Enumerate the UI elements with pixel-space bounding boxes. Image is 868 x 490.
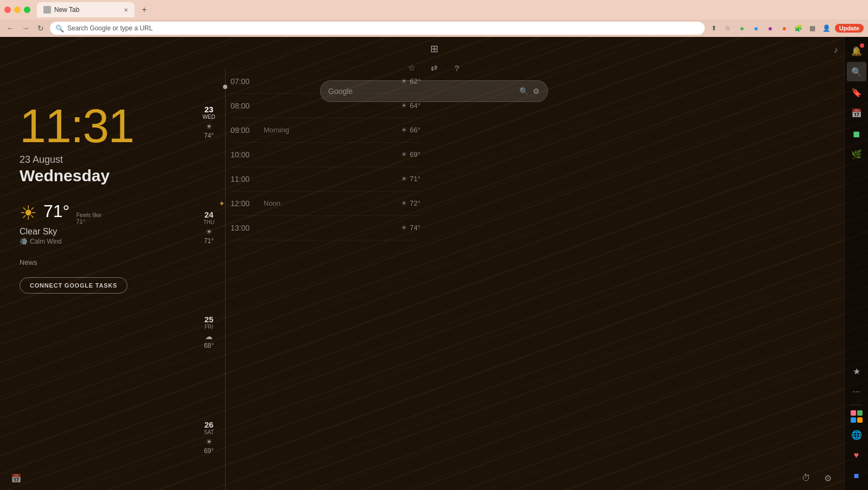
new-tab-button[interactable]: + <box>137 2 152 17</box>
noon-sun-icon: ✦ <box>219 199 225 208</box>
bottom-left: 📅 <box>9 470 24 486</box>
traffic-lights <box>4 7 30 13</box>
weather-sun-icon: ☀ <box>20 202 37 225</box>
extension-4-icon[interactable]: ● <box>778 22 790 34</box>
time-slot-weather-1200: ☀ 72° <box>401 199 420 207</box>
weather-wind: 💨 Calm Wind <box>20 238 177 245</box>
time-slot-weather-0900: ☀ 66° <box>401 126 420 134</box>
sidebar-blue-icon[interactable]: ■ <box>847 466 866 486</box>
weather-icon-0900: ☀ <box>401 126 407 134</box>
main-content: ⊞ ☆ ⇄ ? Google 🔍 ⚙ ♪ ⚙ 11:31 23 August W… <box>0 37 868 490</box>
news-label: News <box>20 258 177 266</box>
forecast-day-24: 24 THU ☀ 71° <box>193 207 225 248</box>
sidebar-bookmark-icon[interactable]: 🔖 <box>847 82 866 102</box>
sidebar-apps-icon[interactable] <box>849 409 864 424</box>
bookmark-add-icon[interactable]: ⊞ <box>426 41 442 56</box>
tab-close-button[interactable]: ✕ <box>124 7 128 13</box>
tab-title: New Tab <box>54 6 79 14</box>
weather-temp-0900: 66° <box>410 126 420 134</box>
sidebar-more-icon[interactable]: ··· <box>847 382 866 402</box>
extension-2-icon[interactable]: ● <box>750 22 762 34</box>
weather-feels-like: Feels like 71° <box>76 212 101 225</box>
time-slot-1100: 11:00 ☀ 71° <box>231 167 420 192</box>
time-slot-0900: 09:00 Morning ☀ 66° <box>231 118 420 143</box>
weather-temp-0700: 62° <box>410 77 420 85</box>
weather-condition: Clear Sky <box>20 227 177 237</box>
weather-temp-1200: 72° <box>410 199 420 207</box>
connect-google-tasks-button[interactable]: CONNECT GOOGLE TASKS <box>20 277 127 294</box>
help-icon[interactable]: ? <box>450 61 464 75</box>
time-slot-1300: 13:00 ☀ 74° <box>231 216 420 240</box>
extension-3-icon[interactable]: ● <box>764 22 776 34</box>
weather-section: ☀ 71° Feels like 71° Clear Sky 💨 Calm Wi… <box>20 201 177 245</box>
forecast-day-name-fri: FRI <box>205 324 213 330</box>
bottom-calendar-icon[interactable]: 📅 <box>9 470 24 486</box>
tab-favicon <box>43 6 51 14</box>
left-panel: 11:31 23 August Wednesday ☀ 71° Feels li… <box>20 102 177 294</box>
time-slot-event-0900: Morning <box>264 126 392 134</box>
reload-button[interactable]: ↻ <box>35 22 47 34</box>
time-label-1000: 10:00 <box>231 150 255 159</box>
weather-temp-0800: 64° <box>410 101 420 110</box>
sidebar-calendar-icon[interactable]: 📅 <box>847 103 866 123</box>
sidebar-toggle-icon[interactable]: ▦ <box>807 22 819 34</box>
forecast-icon-thu: ☀ <box>206 227 213 236</box>
weather-temp-1000: 69° <box>410 150 420 158</box>
google-icon: 🔍 <box>55 24 64 33</box>
share-icon[interactable]: ⬆ <box>708 22 720 34</box>
weather-icon-0800: ☀ <box>401 101 407 110</box>
wind-icon: 💨 <box>20 238 28 245</box>
forecast-temp-fri: 68° <box>204 342 214 349</box>
time-label-1100: 11:00 <box>231 175 255 183</box>
profile-icon[interactable]: 👤 <box>821 22 833 34</box>
extension-1-icon[interactable]: ● <box>736 22 748 34</box>
weather-temp-1100: 71° <box>410 175 420 183</box>
search-settings-icon[interactable]: ⚙ <box>533 87 540 96</box>
forecast-day-num-23: 23 <box>205 105 214 114</box>
minimize-button[interactable] <box>14 7 21 13</box>
search-icon[interactable]: 🔍 <box>519 87 528 96</box>
weather-icon-0700: ☀ <box>401 77 407 85</box>
sidebar-green-icon[interactable]: ◼ <box>847 124 866 143</box>
weather-temp-1300: 74° <box>410 224 420 232</box>
time-slot-weather-1100: ☀ 71° <box>401 175 420 183</box>
right-sidebar: 🔔 🔍 🔖 📅 ◼ 🌿 ★ ··· 🌐 ♥ ■ <box>844 37 868 490</box>
time-label-0800: 08:00 <box>231 101 255 110</box>
update-button[interactable]: Update <box>835 24 864 33</box>
back-button[interactable]: ← <box>4 22 16 34</box>
address-bar[interactable]: 🔍 Search Google or type a URL <box>50 22 705 35</box>
forecast-day-name-thu: THU <box>203 219 215 225</box>
close-button[interactable] <box>4 7 11 13</box>
sidebar-search-icon[interactable]: 🔍 <box>847 62 866 81</box>
notification-icon[interactable]: 🔔 <box>847 41 866 61</box>
maximize-button[interactable] <box>24 7 30 13</box>
time-slot-1000: 10:00 ☀ 69° <box>231 143 420 167</box>
sidebar-divider <box>850 405 863 405</box>
bookmark-icon[interactable]: ☆ <box>722 22 734 34</box>
day-display: Wednesday <box>20 167 177 185</box>
puzzle-icon[interactable]: 🧩 <box>793 22 805 34</box>
bottom-timer-icon[interactable]: ⏱ <box>799 470 814 486</box>
sidebar-brown-icon[interactable]: 🌿 <box>847 144 866 164</box>
weather-icon-1000: ☀ <box>401 150 407 158</box>
sidebar-star-icon[interactable]: ★ <box>847 361 866 381</box>
time-slot-weather-0800: ☀ 64° <box>401 101 420 110</box>
weather-icon-1300: ☀ <box>401 224 407 232</box>
toolbar-right: ⬆ ☆ ● ● ● ● 🧩 ▦ 👤 Update <box>708 22 864 34</box>
time-slot-1200: ✦ 12:00 Noon ☀ 72° <box>231 192 420 216</box>
time-slot-weather-0700: ☀ 62° <box>401 77 420 85</box>
sidebar-heart-icon[interactable]: ♥ <box>847 446 866 465</box>
forecast-strip: 23 WED ☀ 74° 24 THU ☀ 71° 25 FRI ☁ 68° 2… <box>193 69 225 490</box>
bottom-sliders-icon[interactable]: ⚙ <box>820 470 835 486</box>
weather-icon-1100: ☀ <box>401 175 407 183</box>
music-icon[interactable]: ♪ <box>829 42 843 56</box>
timeline-divider <box>225 69 226 490</box>
forward-button[interactable]: → <box>20 22 31 34</box>
time-label-0700: 07:00 <box>231 77 255 86</box>
active-tab[interactable]: New Tab ✕ <box>37 2 135 17</box>
sidebar-globe-icon[interactable]: 🌐 <box>847 425 866 444</box>
time-slots: 07:00 ☀ 62° 08:00 ☀ 64° 09:00 Morning <box>231 69 420 490</box>
time-label-1300: 13:00 <box>231 224 255 232</box>
forecast-temp-wed: 74° <box>204 132 214 139</box>
swap-icon[interactable]: ⇄ <box>427 61 441 75</box>
